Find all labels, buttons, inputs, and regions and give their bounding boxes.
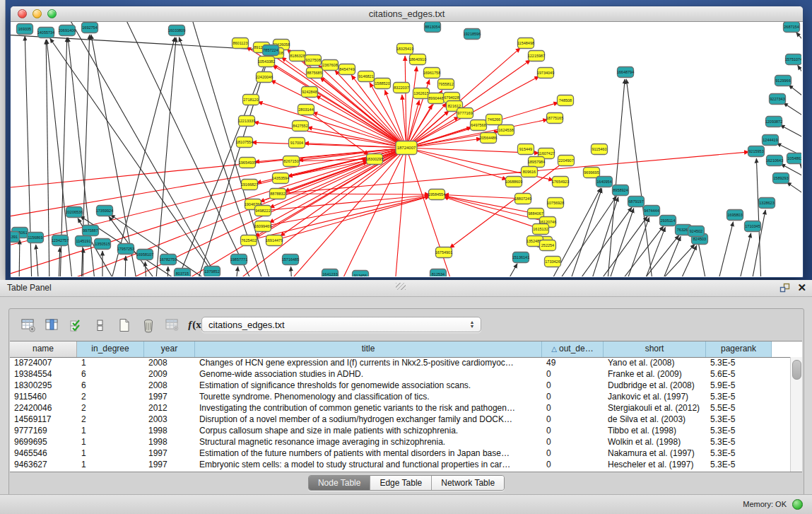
graph-node[interactable]: 15751074 [785, 54, 801, 65]
graph-node[interactable]: 1641233 [322, 269, 339, 277]
table-row[interactable]: 969969511998Structural magnetic resonanc… [10, 436, 791, 448]
split-resize-handle[interactable] [396, 283, 406, 290]
graph-node[interactable]: 8990448 [428, 93, 445, 104]
graph-node[interactable]: 1588520 [375, 78, 391, 89]
graph-node[interactable]: 1156869 [28, 233, 44, 243]
graph-node[interactable]: 9777169 [457, 108, 473, 119]
graph-node[interactable]: 8958924 [613, 185, 629, 196]
graph-node[interactable]: 9975887 [83, 226, 99, 236]
graph-node[interactable]: 12213339 [238, 116, 255, 127]
graph-node[interactable]: 8875685 [307, 68, 323, 78]
graph-node[interactable]: 8322037 [394, 83, 410, 93]
graph-node[interactable]: 1379852 [204, 267, 220, 277]
graph-node[interactable]: 8813054 [425, 22, 441, 33]
tab-node-table[interactable]: Node Table [309, 476, 371, 490]
table-row[interactable]: 1830029562008Estimation of significance … [10, 380, 791, 391]
table-selector[interactable]: citations_edges.txt ▲▼ [201, 317, 481, 332]
new-table-button[interactable] [115, 316, 134, 334]
column-header-year[interactable]: year [144, 341, 195, 357]
memory-status-indicator[interactable] [792, 499, 803, 510]
graph-node[interactable]: 12342757 [52, 235, 69, 246]
table-row[interactable]: 2242004622012Investigating the contribut… [10, 402, 791, 414]
minimize-window-button[interactable] [33, 9, 42, 18]
graph-node[interactable]: 15136141 [512, 252, 529, 263]
graph-node[interactable]: 17359924 [96, 206, 113, 216]
graph-node[interactable]: 252254 [540, 240, 556, 251]
graph-node[interactable]: 1244419 [763, 135, 779, 146]
graph-node[interactable]: 1145191 [76, 236, 92, 247]
graph-node[interactable]: 9215953 [748, 146, 765, 157]
graph-node[interactable]: 913456 [353, 271, 369, 277]
table-row[interactable]: 946554611997Estimation of the future num… [10, 448, 791, 459]
graph-node[interactable]: 809616 [522, 167, 538, 177]
graph-node[interactable]: 2204907 [558, 156, 575, 166]
graph-node[interactable]: 9227343 [770, 94, 786, 105]
graph-node[interactable]: 19857771 [230, 255, 247, 265]
graph-node[interactable]: 917004 [289, 138, 305, 148]
select-rows-button[interactable] [67, 316, 86, 334]
graph-node[interactable]: 1710345 [745, 221, 761, 232]
graph-node[interactable]: 7955812 [438, 79, 454, 90]
graph-node[interactable]: 18300295 [366, 154, 383, 165]
table-row[interactable]: 911546021997Tourette syndrome. Phenomeno… [10, 391, 791, 402]
graph-node[interactable]: 9327508 [305, 55, 322, 66]
graph-node[interactable]: 16914479 [266, 235, 283, 246]
graph-node[interactable]: 16033809 [168, 25, 185, 36]
graph-node[interactable]: 14055734 [37, 28, 54, 38]
graph-node[interactable]: 9115460 [592, 144, 608, 155]
graph-node[interactable]: 11548498 [517, 38, 534, 49]
graph-node[interactable]: 2718120 [243, 95, 259, 105]
graph-node[interactable]: 1640954 [596, 177, 613, 187]
graph-node[interactable]: 18325419 [396, 44, 413, 54]
graph-node[interactable]: 20691406 [59, 25, 76, 36]
graph-node[interactable]: 18957984 [528, 157, 545, 168]
graph-node[interactable]: 15716485 [282, 255, 299, 265]
graph-node[interactable]: 1695803 [727, 210, 743, 221]
clear-selection-button[interactable] [91, 316, 110, 334]
zoom-window-button[interactable] [47, 9, 57, 18]
graph-node[interactable]: 8601123 [233, 38, 249, 49]
network-window-titlebar[interactable]: citations_edges.txt [11, 6, 803, 22]
graph-node[interactable]: 20564486 [480, 133, 497, 144]
close-window-button[interactable] [18, 9, 27, 18]
graph-node[interactable]: 2367608 [322, 60, 339, 71]
graph-node[interactable]: 16648794 [617, 67, 634, 78]
graph-node[interactable]: 2687154 [784, 22, 800, 33]
table-row[interactable]: 946362711997Embryonic stem cells: a mode… [10, 459, 791, 470]
graph-node[interactable]: 12215987 [528, 51, 545, 62]
graph-node[interactable]: 20206536 [66, 207, 83, 218]
float-window-icon[interactable] [779, 283, 790, 293]
graph-node[interactable]: 9146821 [358, 71, 375, 82]
graph-node[interactable]: 16961758 [423, 68, 440, 78]
graph-node[interactable]: 18724007 [396, 141, 417, 155]
graph-node[interactable]: 2935114 [660, 216, 676, 226]
graph-node[interactable]: 1692754 [82, 23, 98, 33]
graph-node[interactable]: 16958107 [136, 250, 153, 260]
graph-node[interactable]: 1328623 [759, 198, 775, 209]
column-header-in_degree[interactable]: in_degree [77, 341, 144, 357]
graph-node[interactable]: 19218596 [464, 29, 481, 40]
graph-node[interactable]: 16754901 [435, 247, 452, 258]
table-row[interactable]: 977716911998Corpus callosum shape and si… [10, 425, 791, 436]
graph-node[interactable]: 19654935 [239, 158, 256, 168]
network-canvas[interactable]: 18724007 8601123 8912954 22426058 912750… [11, 22, 801, 276]
column-header-out_de[interactable]: △out_de… [542, 341, 604, 357]
graph-node[interactable]: 7625402 [241, 235, 257, 246]
graph-node[interactable]: 10688609 [505, 177, 522, 187]
table-row[interactable]: 1872400712008Changes of HCN gene express… [10, 357, 791, 368]
show-columns-button[interactable] [43, 316, 61, 334]
column-header-pagerank[interactable]: pagerank [706, 341, 772, 357]
graph-node[interactable]: 1589293 [773, 173, 789, 184]
graph-node[interactable]: 1054862 [787, 153, 802, 164]
table-row[interactable]: 1456911722003Disruption of a novel membe… [10, 414, 791, 425]
graph-node[interactable]: 8878832 [270, 189, 286, 199]
vertical-scrollbar[interactable] [790, 357, 802, 472]
graph-node[interactable]: 1733426 [545, 257, 561, 267]
graph-node[interactable]: 748508 [558, 95, 574, 106]
graph-node[interactable]: 8186328 [290, 51, 306, 62]
table-settings-button[interactable] [19, 316, 37, 334]
column-header-short[interactable]: short [604, 341, 706, 357]
graph-node[interactable]: 391391 [11, 232, 20, 243]
scrollbar-thumb[interactable] [792, 360, 801, 380]
column-header-name[interactable]: name [10, 341, 77, 357]
